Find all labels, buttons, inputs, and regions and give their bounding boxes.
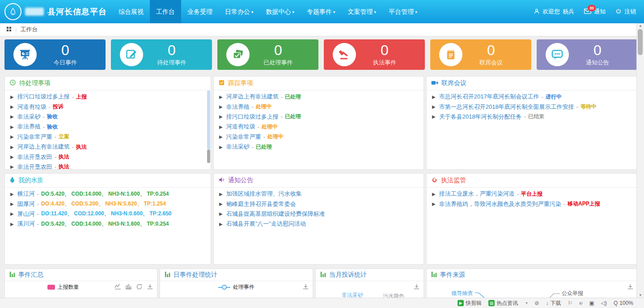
list-item[interactable]: ▶非法采砂-已处理: [214, 142, 424, 152]
list-item[interactable]: ▶市第一总河长召开2018年底河长制全面展示工作安排-等待中: [427, 102, 637, 111]
nav-item-label: 工作台: [156, 8, 175, 15]
list-item[interactable]: ▶河岸边上有非法建筑-执法: [5, 142, 211, 152]
clip-play-button[interactable]: ▶快剪辑: [458, 299, 482, 307]
panel-scrollbar[interactable]: [207, 90, 210, 168]
zoom-button[interactable]: Q100%: [614, 300, 633, 306]
item-text: 非法养殖: [226, 103, 250, 111]
nav-item-label: 专题事件: [307, 8, 332, 15]
hot-news-icon: ▤: [488, 300, 495, 306]
nav-menu-item[interactable]: 专题事件▾: [301, 0, 342, 23]
list-item[interactable]: ▶非法养殖鸡，导致河水颜色及水质受到严重污染-移动APP上报: [427, 199, 637, 209]
logout-button[interactable]: 注销: [615, 8, 636, 16]
stat-value: 0: [37, 43, 94, 57]
refresh-icon[interactable]: [136, 283, 143, 290]
nav-menu-item[interactable]: 工作台: [150, 0, 181, 23]
chart-legend[interactable]: 上报数量: [23, 283, 103, 291]
nav-menu-item[interactable]: 文案管理▾: [342, 0, 383, 23]
fire-icon: [431, 176, 438, 184]
list-item[interactable]: ▶横江河-DO:5.420、 COD:14.000、 NH3-N:1.600、 …: [5, 189, 211, 199]
notice-button[interactable]: 30 通知: [584, 8, 606, 16]
stat-card[interactable]: 0执法事件: [324, 39, 425, 70]
browser-mode-button[interactable]: ◔: [525, 300, 528, 306]
nav-menu-item[interactable]: 数据中心▾: [260, 0, 301, 23]
nav-menu-item[interactable]: 日常办公▾: [219, 0, 260, 23]
nav-item-label: 文案管理: [348, 8, 373, 15]
item-text: 河道有垃圾: [226, 123, 255, 131]
list-item[interactable]: ▶非法开垦农田-执法: [5, 152, 211, 162]
hot-news-button[interactable]: ▤热点资讯: [488, 299, 518, 307]
list-item[interactable]: ▶屏山河-DO:11.420、 COD:12.000、 NH3-N:0.600、…: [5, 209, 211, 219]
list-item[interactable]: ▶非法开垦农田-执法: [5, 162, 211, 170]
list-item[interactable]: ▶排污口垃圾过多上报-上报: [5, 92, 211, 102]
download-icon[interactable]: [147, 283, 153, 290]
item-text: 非法养殖鸡，导致河水颜色及水质受到严重污染: [439, 200, 561, 208]
presentation-icon: [13, 43, 37, 66]
stat-label: 今日事件: [37, 59, 94, 67]
chevron-down-icon: ▾: [251, 10, 254, 14]
list-item[interactable]: ▶污染非常严重-立案: [5, 132, 211, 142]
download-icon[interactable]: [627, 283, 634, 290]
scrollbar-thumb[interactable]: [638, 29, 643, 55]
list-item[interactable]: ▶污染非常严重-处理中: [214, 132, 424, 142]
arrow-bullet-icon: ▶: [432, 192, 436, 197]
list-item[interactable]: ▶河道有垃圾-投诉: [5, 102, 211, 111]
stat-value: 0: [356, 43, 413, 57]
item-status: 已处理: [285, 113, 301, 120]
arrow-bullet-icon: ▶: [10, 104, 14, 109]
nav-menu-item[interactable]: 平台管理▾: [382, 0, 424, 23]
bar-chart-toggle-icon[interactable]: [125, 283, 132, 290]
dash-separator: -: [43, 113, 45, 120]
item-text: 非法开垦农田: [17, 163, 52, 170]
list-item[interactable]: ▶固厚河-DO:4.420、 COD:5.200、 NH3-N:5.620、 T…: [5, 199, 211, 209]
grid-icon[interactable]: [6, 26, 12, 33]
list-item[interactable]: ▶石城县开展"八一"走访慰问活动: [214, 219, 424, 229]
nav-menu-item[interactable]: 业务受理: [181, 0, 219, 23]
proxy-button[interactable]: ℮: [579, 300, 582, 306]
item-status: 平台上报: [521, 190, 542, 198]
list-item[interactable]: ▶鲍峰庭主持召开县委常委会: [214, 199, 424, 209]
user-welcome[interactable]: 欢迎您 杨兵: [534, 8, 574, 16]
clock-icon: [9, 79, 16, 87]
brand: 县河长信息平台: [0, 3, 112, 20]
vertical-scrollbar[interactable]: ▲ ▼: [636, 23, 644, 298]
stat-card[interactable]: 0联席会议: [430, 39, 531, 70]
panel-water-quality: 我的水质 ▶横江河-DO:5.420、 COD:14.000、 NH3-N:1.…: [4, 173, 211, 265]
panel-law-supervision: 执法监管 ▶排法工业废水，严重污染河道-平台上报▶非法养殖鸡，导致河水颜色及水质…: [426, 173, 638, 265]
stat-card[interactable]: 0通知公告: [537, 39, 638, 70]
panel-todo: 待处理事项 ▶排污口垃圾过多上报-上报▶河道有垃圾-投诉▶非法采砂-验收▶非法养…: [4, 76, 211, 170]
flag-button[interactable]: ⚐: [568, 300, 572, 306]
download-button[interactable]: ↓下载: [546, 299, 561, 307]
stat-card[interactable]: 0今日事件: [4, 39, 106, 70]
item-text: 横江河: [17, 190, 35, 198]
download-icon[interactable]: [413, 283, 420, 290]
list-item[interactable]: ▶加强区域排水管理、污水收集: [214, 189, 424, 199]
statusbar-label: 热点资讯: [496, 299, 518, 307]
list-item[interactable]: ▶溪川河-DO:5.420、 COD:14.000、 NH3-N:1.600、 …: [5, 219, 211, 229]
list-item[interactable]: ▶石城县提高基层组织建设经费保障标准: [214, 209, 424, 219]
list-item[interactable]: ▶河岸边上有非法建筑-已处理: [214, 92, 424, 102]
sound-button[interactable]: ◁): [601, 300, 607, 306]
list-item[interactable]: ▶排污口垃圾过多上报-已处理: [214, 112, 424, 122]
stat-card[interactable]: 0待处理事件: [111, 39, 212, 70]
list-item[interactable]: ▶非法养殖-处理中: [214, 102, 424, 111]
nav-menu-item[interactable]: 综合展视: [112, 0, 150, 23]
download-icon[interactable]: [302, 283, 309, 290]
dash-separator: -: [517, 191, 519, 197]
arrow-bullet-icon: ▶: [10, 134, 14, 139]
arrow-bullet-icon: ▶: [219, 134, 223, 139]
item-text: 污染非常严重: [17, 133, 52, 141]
stat-card[interactable]: 0已处理事件: [217, 39, 318, 70]
list-item[interactable]: ▶非法养殖-验收: [5, 122, 211, 132]
line-chart-toggle-icon[interactable]: [114, 283, 121, 290]
list-item[interactable]: ▶市总河长召开2017年底河长制会议工作-进行中: [427, 92, 637, 102]
list-item[interactable]: ▶关于各县2018年河长制分配任务-已结束: [427, 112, 637, 122]
pin-off-button[interactable]: ⊘: [534, 300, 539, 306]
list-item[interactable]: ▶排法工业废水，严重污染河道-平台上报: [427, 189, 637, 199]
window-button[interactable]: ▣: [589, 300, 594, 306]
panel-title: 我的水质: [18, 176, 43, 184]
chart-legend[interactable]: 处理事件: [160, 283, 313, 291]
list-item[interactable]: ▶非法采砂-验收: [5, 112, 211, 122]
scroll-up-arrow[interactable]: ▲: [637, 23, 644, 29]
item-text: 关于各县2018年河长制分配任务: [439, 113, 522, 121]
list-item[interactable]: ▶河道有垃圾-处理中: [214, 122, 424, 132]
